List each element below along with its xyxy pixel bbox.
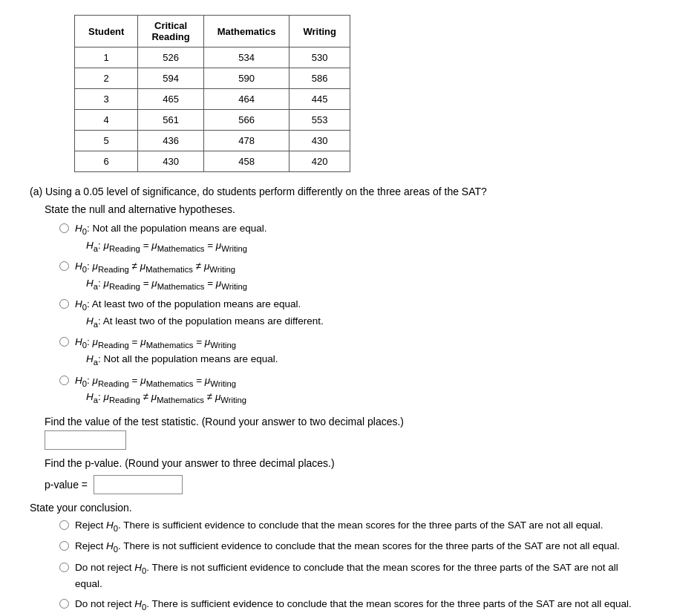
ha-line-2: Ha: μReading = μMathematics = μWriting: [75, 276, 247, 293]
hypothesis-option-1[interactable]: H0: Not all the population means are equ…: [59, 221, 644, 255]
hypothesis-option-2[interactable]: H0: μReading ≠ μMathematics ≠ μWriting H…: [59, 259, 644, 292]
pvalue-label: p-value =: [45, 478, 88, 490]
ha-line-1: Ha: μReading = μMathematics = μWriting: [75, 238, 266, 255]
ha-line-3: Ha: At least two of the population means…: [75, 314, 324, 331]
ha-line-5: Ha: μReading ≠ μMathematics ≠ μWriting: [75, 390, 246, 407]
writing-score: 430: [289, 131, 350, 151]
hypothesis-option-4-content: H0: μReading = μMathematics = μWriting H…: [75, 335, 278, 368]
h0-line-5: H0: μReading = μMathematics = μWriting: [75, 373, 246, 390]
state-conclusion-label: State your conclusion.: [30, 502, 132, 514]
hypothesis-option-5[interactable]: H0: μReading = μMathematics = μWriting H…: [59, 373, 644, 407]
find-stat-label: Find the value of the test statistic. (R…: [45, 416, 644, 427]
conclusion-radio-3[interactable]: [59, 563, 69, 572]
math-score: 590: [203, 68, 289, 89]
math-score: 478: [203, 131, 289, 151]
conclusion-radio-4[interactable]: [59, 599, 69, 609]
student-id: 3: [75, 89, 138, 110]
conclusion-text-1: Reject H0. There is sufficient evidence …: [75, 518, 603, 535]
col-header-reading: CriticalReading: [138, 16, 203, 47]
conclusion-option-3[interactable]: Do not reject H0. There is not sufficien…: [59, 560, 644, 592]
col-header-math: Mathematics: [203, 16, 289, 47]
writing-score: 420: [289, 151, 350, 172]
math-score: 534: [203, 47, 289, 68]
student-id: 6: [75, 151, 138, 172]
math-score: 458: [203, 151, 289, 172]
h0-line-3: H0: At least two of the population means…: [75, 297, 324, 314]
table-row: 3 465 464 445: [75, 89, 350, 110]
find-pval-label: Find the p-value. (Round your answer to …: [45, 457, 644, 469]
hypothesis-radio-4[interactable]: [59, 337, 69, 347]
student-id: 2: [75, 68, 138, 89]
hypothesis-option-1-content: H0: Not all the population means are equ…: [75, 221, 266, 255]
data-table: Student CriticalReading Mathematics Writ…: [74, 15, 644, 172]
reading-score: 526: [138, 47, 203, 68]
hypothesis-option-4[interactable]: H0: μReading = μMathematics = μWriting H…: [59, 335, 644, 368]
conclusion-option-4[interactable]: Do not reject H0. There is sufficient ev…: [59, 597, 644, 614]
table-row: 2 594 590 586: [75, 68, 350, 89]
conclusion-text-3: Do not reject H0. There is not sufficien…: [75, 560, 644, 592]
writing-score: 553: [289, 110, 350, 131]
hypothesis-option-3[interactable]: H0: At least two of the population means…: [59, 297, 644, 330]
writing-score: 530: [289, 47, 350, 68]
hypothesis-option-3-content: H0: At least two of the population means…: [75, 297, 324, 330]
part-a-question: (a) Using a 0.05 level of significance, …: [30, 186, 644, 197]
pvalue-input[interactable]: [94, 475, 183, 494]
h0-line-2: H0: μReading ≠ μMathematics ≠ μWriting: [75, 259, 247, 276]
col-header-writing: Writing: [289, 16, 350, 47]
conclusion-option-2[interactable]: Reject H0. There is not sufficient evide…: [59, 539, 644, 556]
writing-score: 586: [289, 68, 350, 89]
math-score: 566: [203, 110, 289, 131]
conclusion-option-1[interactable]: Reject H0. There is sufficient evidence …: [59, 518, 644, 535]
h0-line-1: H0: Not all the population means are equ…: [75, 221, 266, 238]
student-id: 4: [75, 110, 138, 131]
conclusion-text-4: Do not reject H0. There is sufficient ev…: [75, 597, 632, 614]
hypothesis-radio-1[interactable]: [59, 223, 69, 233]
table-row: 4 561 566 553: [75, 110, 350, 131]
hypothesis-radio-2[interactable]: [59, 261, 69, 271]
student-id: 1: [75, 47, 138, 68]
table-row: 6 430 458 420: [75, 151, 350, 172]
reading-score: 594: [138, 68, 203, 89]
conclusion-radio-2[interactable]: [59, 541, 69, 551]
reading-score: 430: [138, 151, 203, 172]
student-id: 5: [75, 131, 138, 151]
part-a: (a) Using a 0.05 level of significance, …: [30, 186, 644, 613]
col-header-student: Student: [75, 16, 138, 47]
conclusion-text-2: Reject H0. There is not sufficient evide…: [75, 539, 620, 556]
pvalue-line: p-value =: [45, 475, 644, 494]
table-row: 5 436 478 430: [75, 131, 350, 151]
hypothesis-option-5-content: H0: μReading = μMathematics = μWriting H…: [75, 373, 246, 407]
reading-score: 465: [138, 89, 203, 110]
math-score: 464: [203, 89, 289, 110]
hypothesis-radio-5[interactable]: [59, 376, 69, 385]
hypothesis-radio-3[interactable]: [59, 299, 69, 309]
conclusion-radio-1[interactable]: [59, 520, 69, 530]
h0-line-4: H0: μReading = μMathematics = μWriting: [75, 335, 278, 352]
test-statistic-input[interactable]: [45, 430, 126, 450]
reading-score: 436: [138, 131, 203, 151]
ha-line-4: Ha: Not all the population means are equ…: [75, 352, 278, 369]
writing-score: 445: [289, 89, 350, 110]
hypothesis-option-2-content: H0: μReading ≠ μMathematics ≠ μWriting H…: [75, 259, 247, 292]
table-row: 1 526 534 530: [75, 47, 350, 68]
state-hyp-label: State the null and alternative hypothese…: [45, 203, 235, 215]
reading-score: 561: [138, 110, 203, 131]
